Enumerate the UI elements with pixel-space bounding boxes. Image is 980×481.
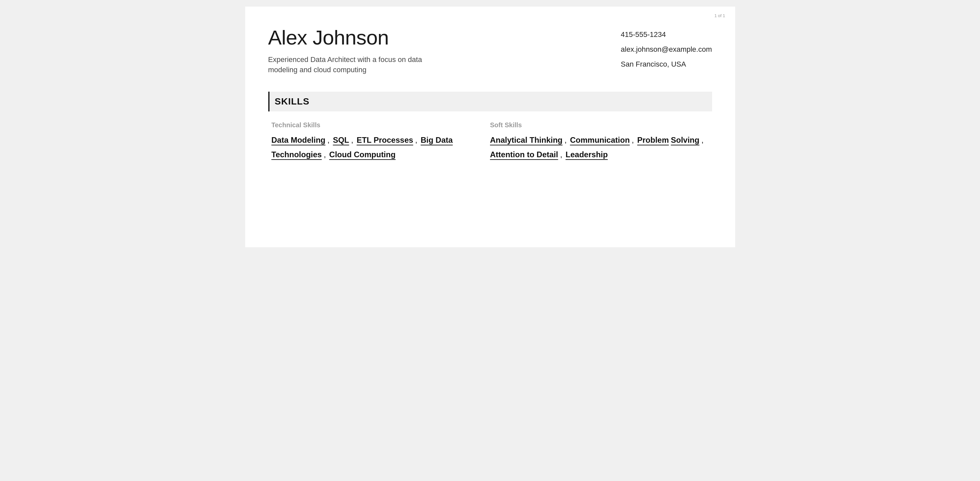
sep5: , — [565, 135, 567, 145]
candidate-tagline: Experienced Data Architect with a focus … — [268, 55, 439, 75]
page-indicator: 1 of 1 — [714, 13, 725, 18]
soft-skills-column: Soft Skills Analytical Thinking, Communi… — [490, 121, 709, 159]
sep4: , — [324, 150, 326, 159]
candidate-name: Alex Johnson — [268, 26, 512, 49]
technical-skill-tags: Data Modeling, SQL, ETL Processes, Big D… — [272, 135, 490, 159]
skill-leadership: Leadership — [565, 150, 608, 159]
skills-section: SKILLS Technical Skills Data Modeling, S… — [268, 92, 712, 159]
skill-problem: Problem — [637, 135, 669, 145]
technical-skills-column: Technical Skills Data Modeling, SQL, ETL… — [272, 121, 490, 159]
skill-cloud-computing: Cloud Computing — [329, 150, 395, 159]
sep6: , — [632, 135, 634, 145]
skill-solving: Solving — [671, 135, 700, 145]
soft-skills-label: Soft Skills — [490, 121, 709, 129]
skill-data-modeling: Data Modeling — [272, 135, 326, 145]
skill-technologies: Technologies — [272, 150, 322, 159]
skill-etl: ETL Processes — [356, 135, 413, 145]
skills-title: SKILLS — [275, 96, 310, 107]
skills-columns: Technical Skills Data Modeling, SQL, ETL… — [268, 121, 712, 159]
header-section: Alex Johnson Experienced Data Architect … — [268, 26, 712, 75]
sep3: , — [415, 135, 417, 145]
sep2: , — [351, 135, 353, 145]
phone-number: 415-555-1234 — [621, 30, 712, 40]
email-address: alex.johnson@example.com — [621, 45, 712, 55]
location: San Francisco, USA — [621, 59, 712, 70]
skill-attention-to-detail: Attention to Detail — [490, 150, 558, 159]
header-left: Alex Johnson Experienced Data Architect … — [268, 26, 512, 75]
header-right: 415-555-1234 alex.johnson@example.com Sa… — [621, 26, 712, 74]
sep1: , — [328, 135, 330, 145]
skill-sql: SQL — [333, 135, 349, 145]
skill-big-data: Big Data — [421, 135, 453, 145]
skills-section-header: SKILLS — [268, 92, 712, 111]
sep7: , — [701, 135, 703, 145]
resume-page: 1 of 1 Alex Johnson Experienced Data Arc… — [245, 6, 735, 247]
skill-communication: Communication — [570, 135, 630, 145]
skill-analytical-thinking: Analytical Thinking — [490, 135, 563, 145]
technical-skills-label: Technical Skills — [272, 121, 490, 129]
soft-skill-tags: Analytical Thinking, Communication, Prob… — [490, 135, 709, 159]
sep8: , — [560, 150, 563, 159]
